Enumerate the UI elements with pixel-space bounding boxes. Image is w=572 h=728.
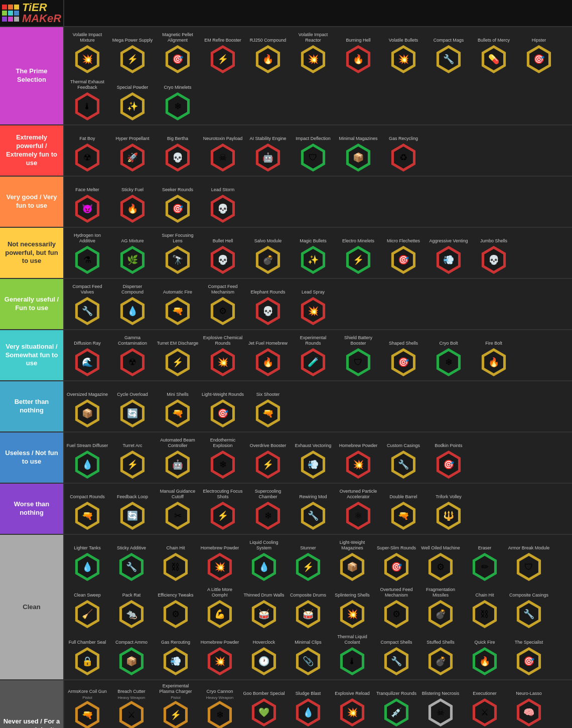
list-item: Automatic Fire🔫 <box>156 281 200 327</box>
list-item: Homebrew Powder💥 <box>198 631 242 677</box>
header-items-area <box>64 0 572 26</box>
tier-items-area: Lighter Tanks💧Sticky Additive🔧Chain Hit⛓… <box>64 535 572 679</box>
list-item: Homebrew Powder💥 <box>198 537 242 583</box>
list-item: Compact Feed Valves🔧 <box>65 281 109 327</box>
list-item: Gas Recycling♻ <box>381 127 425 174</box>
list-item: Feedback Loop🔄 <box>110 486 155 532</box>
list-item: Explosive Reload💥 <box>330 682 374 728</box>
list-item: Efficiency Tweaks⚙ <box>154 584 198 630</box>
list-item: Sticky Fuel🔥 <box>110 179 155 225</box>
tier-items-area: Diffusion Ray🌊Gamma Contamination☢Turret… <box>64 330 572 380</box>
tier-label: Not necessarily powerful, but fun to use <box>0 228 64 278</box>
tier-items-row: Clean Sweep🧹Pack Rat🐀Efficiency Tweaks⚙A… <box>65 584 551 630</box>
list-item: Turret Arc⚡ <box>110 434 155 481</box>
list-item: Sticky Additive🔧 <box>109 537 154 583</box>
tier-row: Very situational / Somewhat fun to useDi… <box>0 330 572 381</box>
list-item: Overdrive Booster⚡ <box>246 434 290 481</box>
list-item: Magnetic Pellet Alignment🎯 <box>156 29 200 75</box>
list-item: Lead Storm💀 <box>201 179 245 225</box>
list-item: Composite Drums🥁 <box>286 584 330 630</box>
tier-label: Very situational / Somewhat fun to use <box>0 330 64 380</box>
tier-label: Never used / For a weapon I don't use <box>0 680 64 728</box>
list-item: Compact Shells🔧 <box>374 631 418 677</box>
tier-label: Better than nothing <box>0 381 64 431</box>
list-item: Elephant Rounds💀 <box>246 281 290 327</box>
list-item: Eraser✏ <box>463 537 507 583</box>
tier-row: Very good / Very fun to useFace Melter😈S… <box>0 177 572 228</box>
list-item: Hyper Propellant🚀 <box>110 127 155 174</box>
list-item: Volatile Bullets💥 <box>381 29 425 75</box>
tier-row: Never used / For a weapon I don't useArm… <box>0 680 572 728</box>
tier-items-area: Hydrogen Ion Additive⚗AG Mixture🌿Super F… <box>64 228 572 278</box>
list-item: Shield Battery Booster🛡 <box>336 332 380 378</box>
tier-row: CleanLighter Tanks💧Sticky Additive🔧Chain… <box>0 535 572 680</box>
tier-items-area: ArmsKore Coil GunPistol🔫Breach CutterHea… <box>64 680 572 728</box>
list-item: Homebrew Powder💥 <box>336 434 380 481</box>
list-item: Liquid Cooling System💧 <box>242 537 286 583</box>
list-item: Light-Weight Magazines📦 <box>330 537 374 583</box>
list-item: Compact Feed Mechanism⚙ <box>201 281 245 327</box>
tier-row: Not necessarily powerful, but fun to use… <box>0 228 572 279</box>
list-item: Tranquilizer Rounds💉 <box>374 682 418 728</box>
list-item: Lighter Tanks💧 <box>65 537 109 583</box>
list-item: Cycle Overload🔄 <box>110 383 155 429</box>
list-item: Bullet Hell💀 <box>201 230 245 276</box>
list-item: Endothermic Explosion❄ <box>201 434 245 481</box>
list-item: Executioner⚔ <box>463 682 507 728</box>
list-item: Jumbo Shells💀 <box>472 230 516 276</box>
logo-grid <box>2 5 19 22</box>
list-item: EM Refire Booster⚡ <box>201 29 245 75</box>
tier-items-area: Face Melter😈Sticky Fuel🔥Seeker Rounds🎯Le… <box>64 177 572 227</box>
list-item: AG Mixture🌿 <box>110 230 155 276</box>
tier-label: Extremely powerful / Extremely fun to us… <box>0 125 64 176</box>
list-item: Fuel Stream Diffuser💧 <box>65 434 109 481</box>
list-item: Six Shooter🔫 <box>246 383 290 429</box>
list-item: Jet Fuel Homebrew🔥 <box>246 332 290 378</box>
list-item: Neurotoxin Payload☠ <box>201 127 245 174</box>
tier-items-row: ArmsKore Coil GunPistol🔫Breach CutterHea… <box>65 682 551 728</box>
list-item: Mini Shells🔫 <box>156 383 200 429</box>
list-item: Well Oiled Machine⚙ <box>418 537 463 583</box>
list-item: Chain Hit⛓ <box>154 537 198 583</box>
list-item: Compact Ammo📦 <box>109 631 154 677</box>
tier-label: Clean <box>0 535 64 679</box>
tiermaker-brand: TiER MAKeR <box>2 2 61 24</box>
list-item: Salvo Module💣 <box>246 230 290 276</box>
tier-row: Useless / Not fun to useFuel Stream Diff… <box>0 432 572 484</box>
list-item: Gas Rerouting💨 <box>154 631 198 677</box>
list-item: Chain Hit⛓ <box>463 584 507 630</box>
list-item: Stunner⚡ <box>286 537 330 583</box>
list-item: Bullets of Mercy💊 <box>472 29 516 75</box>
list-item: Hoverclock🕐 <box>242 631 286 677</box>
tier-items-area: Fuel Stream Diffuser💧Turret Arc⚡Automate… <box>64 432 572 483</box>
list-item: Custom Casings🔧 <box>381 434 425 481</box>
list-item: Volatile Impact Mixture💥 <box>65 29 109 75</box>
tier-items-area: Volatile Impact Mixture💥Mega Power Suppl… <box>64 27 572 124</box>
list-item: Minimal Magazines📦 <box>336 127 380 174</box>
tier-label: The Prime Selection <box>0 27 64 124</box>
list-item: Fire Bolt🔥 <box>472 332 516 378</box>
tier-row: Better than nothingOversized Magazine📦Cy… <box>0 381 572 432</box>
list-item: Mega Power Supply⚡ <box>110 29 155 75</box>
list-item: Double Barrel🔫 <box>381 486 425 532</box>
list-item: Minimal Clips📎 <box>286 631 330 677</box>
list-item: Armor Break Module🛡 <box>507 537 551 583</box>
list-item: Volatile Impact Reactor💥 <box>291 29 335 75</box>
list-item: Super Focusing Lens🔭 <box>156 230 200 276</box>
list-item: Experimental Plasma ChargerPistol⚡ <box>154 682 198 728</box>
list-item: ArmsKore Coil GunPistol🔫 <box>65 682 109 728</box>
list-item: Sludge Blast💧 <box>286 682 330 728</box>
tier-label: Worse than nothing <box>0 484 64 534</box>
list-item: Breach CutterHeavy Weapon⚔ <box>109 682 154 728</box>
list-item: Stuffed Shells💣 <box>418 631 463 677</box>
tier-container: The Prime SelectionVolatile Impact Mixtu… <box>0 27 572 728</box>
list-item: RJ250 Compound🔥 <box>246 29 290 75</box>
list-item: Supercooling Chamber❄ <box>246 486 290 532</box>
list-item: Micro Flechettes🎯 <box>381 230 425 276</box>
list-item: Overtuned Feed Mechanism⚙ <box>374 584 418 630</box>
tier-label: Very good / Very fun to use <box>0 177 64 227</box>
tier-label: Useless / Not fun to use <box>0 432 64 483</box>
list-item: Compact Rounds🔫 <box>65 486 109 532</box>
list-item: Hydrogen Ion Additive⚗ <box>65 230 109 276</box>
header: TiER MAKeR <box>0 0 572 27</box>
